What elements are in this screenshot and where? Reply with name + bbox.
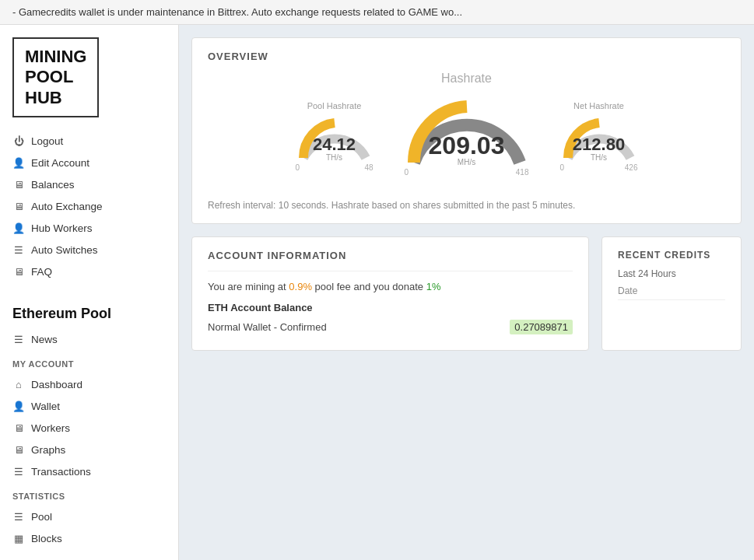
statistics-nav: ☰ Pool ▦ Blocks <box>0 502 178 552</box>
main-hashrate-num: 209.03 <box>429 133 505 158</box>
pool-hashrate-unit: TH/s <box>313 153 356 162</box>
my-account-nav: ⌂ Dashboard 👤 Wallet 🖥 Workers 🖥 Graphs … <box>0 370 178 485</box>
recent-credits-card: RECENT CREDITS Last 24 Hours Date <box>601 236 742 351</box>
sidebar-item-graphs[interactable]: 🖥 Graphs <box>0 439 178 460</box>
account-info-card: ACCOUNT INFORMATION You are mining at 0.… <box>191 236 589 351</box>
pool-icon: ☰ <box>12 510 25 523</box>
recent-credits-title: RECENT CREDITS <box>618 250 725 261</box>
overview-title: OVERVIEW <box>208 51 725 62</box>
statistics-label: STATISTICS <box>0 485 178 502</box>
wallet-value: 0.27089871 <box>510 320 573 334</box>
help-label: HELP <box>0 552 178 560</box>
pool-hashrate-value: 24.12 TH/s <box>313 136 356 162</box>
net-hashrate-label: Net Hashrate <box>573 101 624 110</box>
credits-date-header: Date <box>618 285 725 300</box>
sidebar-label-dashboard: Dashboard <box>31 379 82 390</box>
pool-hashrate-gauge: Pool Hashrate 24.12 TH/s <box>296 101 373 172</box>
pool-hashrate-wrapper: 24.12 TH/s <box>296 115 373 162</box>
sidebar-item-auto-switches[interactable]: ☰ Auto Switches <box>0 239 178 261</box>
mining-fee-value: 0.9% <box>289 281 312 292</box>
mining-fee-mid: pool fee and you donate <box>312 281 426 292</box>
sidebar-label-edit-account: Edit Account <box>31 157 89 169</box>
pool-hashrate-num: 24.12 <box>313 136 356 153</box>
pool-name: Ethereum Pool <box>0 298 178 325</box>
net-hashrate-wrapper: 212.80 TH/s <box>560 115 638 162</box>
sidebar-item-faq[interactable]: 🖥 FAQ <box>0 261 178 282</box>
my-account-label: MY ACCOUNT <box>0 353 178 370</box>
sidebar-label-blocks: Blocks <box>31 533 62 544</box>
bottom-row: ACCOUNT INFORMATION You are mining at 0.… <box>191 236 742 351</box>
sidebar-item-pool[interactable]: ☰ Pool <box>0 506 178 527</box>
recent-credits-sub: Last 24 Hours <box>618 268 725 279</box>
net-hashrate-gauge: Net Hashrate 212.80 TH/s 0 426 <box>560 101 638 172</box>
sidebar-item-transactions[interactable]: ☰ Transactions <box>0 460 178 482</box>
pool-nav: ☰ News <box>0 325 178 353</box>
blocks-icon: ▦ <box>12 532 25 544</box>
sidebar-label-balances: Balances <box>31 179 75 191</box>
sidebar-label-auto-switches: Auto Switches <box>31 244 98 256</box>
wallet-row: Normal Wallet - Confirmed 0.27089871 <box>208 317 573 338</box>
hub-workers-icon: 👤 <box>12 222 25 234</box>
logo-text: MININGPOOLHUB <box>25 47 86 108</box>
wallet-icon: 👤 <box>12 400 25 412</box>
donate-value: 1% <box>426 281 441 292</box>
main-hashrate-value: 209.03 MH/s <box>429 133 505 166</box>
main-content: OVERVIEW Hashrate Pool Hashrate <box>179 25 754 560</box>
top-nav: ⏻ Logout 👤 Edit Account 🖥 Balances 🖥 Aut… <box>0 127 178 285</box>
account-info-title: ACCOUNT INFORMATION <box>208 250 573 261</box>
sidebar-label-workers: Workers <box>31 422 70 434</box>
sidebar-item-blocks[interactable]: ▦ Blocks <box>0 527 178 549</box>
sidebar-item-dashboard[interactable]: ⌂ Dashboard <box>0 373 178 395</box>
sidebar-label-news: News <box>31 334 58 345</box>
gauges-row: Pool Hashrate 24.12 TH/s <box>208 89 725 184</box>
sidebar-item-news[interactable]: ☰ News <box>0 328 178 350</box>
sidebar-label-wallet: Wallet <box>31 401 60 412</box>
transactions-icon: ☰ <box>12 465 25 478</box>
net-hashrate-value: 212.80 TH/s <box>573 136 625 162</box>
net-hashrate-unit: TH/s <box>573 153 625 162</box>
sidebar-label-faq: FAQ <box>31 266 52 278</box>
sidebar-item-balances[interactable]: 🖥 Balances <box>0 173 178 195</box>
sidebar: MININGPOOLHUB ⏻ Logout 👤 Edit Account 🖥 … <box>0 25 179 560</box>
sidebar-label-pool: Pool <box>31 511 52 523</box>
sidebar-label-transactions: Transactions <box>31 466 91 478</box>
main-hashrate-range: 0 418 <box>405 168 529 177</box>
logout-icon: ⏻ <box>12 135 25 147</box>
logo[interactable]: MININGPOOLHUB <box>12 37 99 117</box>
balances-icon: 🖥 <box>12 178 25 191</box>
main-hashrate-wrapper: 209.03 MH/s <box>405 96 529 166</box>
sidebar-item-workers[interactable]: 🖥 Workers <box>0 417 178 439</box>
auto-exchange-icon: 🖥 <box>12 200 25 212</box>
user-icon: 👤 <box>12 156 25 169</box>
dashboard-icon: ⌂ <box>12 378 25 390</box>
mining-fee-prefix: You are mining at <box>208 281 289 292</box>
sidebar-label-auto-exchange: Auto Exchange <box>31 201 103 212</box>
graphs-icon: 🖥 <box>12 443 25 456</box>
sidebar-item-hub-workers[interactable]: 👤 Hub Workers <box>0 217 178 239</box>
faq-icon: 🖥 <box>12 265 25 278</box>
sidebar-item-auto-exchange[interactable]: 🖥 Auto Exchange <box>0 195 178 217</box>
overview-card: OVERVIEW Hashrate Pool Hashrate <box>191 37 742 224</box>
net-hashrate-num: 212.80 <box>573 136 625 153</box>
sidebar-label-logout: Logout <box>31 135 63 147</box>
balance-label: ETH Account Balance <box>208 302 573 313</box>
main-hashrate-gauge: 209.03 MH/s 0 418 <box>405 96 529 177</box>
refresh-note: Refresh interval: 10 seconds. Hashrate b… <box>208 200 725 211</box>
sidebar-item-logout[interactable]: ⏻ Logout <box>0 130 178 152</box>
auto-switches-icon: ☰ <box>12 243 25 256</box>
net-hashrate-range: 0 426 <box>560 163 638 172</box>
mining-fee-row: You are mining at 0.9% pool fee and you … <box>208 278 573 296</box>
maintenance-banner: - Gamecredits wallet is under maintenanc… <box>0 0 754 25</box>
hashrate-title: Hashrate <box>208 72 725 86</box>
pool-hashrate-label: Pool Hashrate <box>307 101 362 110</box>
workers-icon: 🖥 <box>12 422 25 434</box>
sidebar-label-graphs: Graphs <box>31 444 65 456</box>
sidebar-item-wallet[interactable]: 👤 Wallet <box>0 395 178 417</box>
sidebar-item-edit-account[interactable]: 👤 Edit Account <box>0 152 178 173</box>
pool-hashrate-range: 0 48 <box>296 163 373 172</box>
news-icon: ☰ <box>12 333 25 345</box>
sidebar-label-hub-workers: Hub Workers <box>31 222 93 234</box>
wallet-label: Normal Wallet - Confirmed <box>208 321 327 333</box>
